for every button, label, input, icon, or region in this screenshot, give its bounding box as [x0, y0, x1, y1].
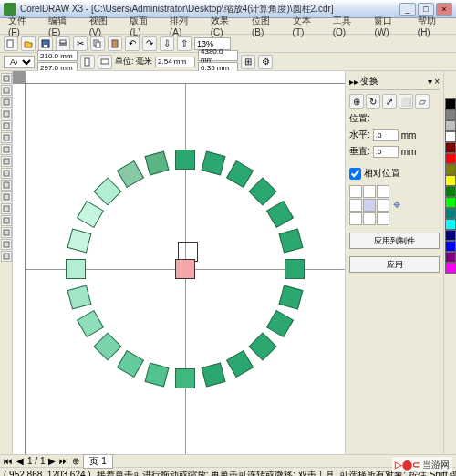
redo-icon[interactable]: ↷ [142, 36, 157, 51]
ruler-vertical[interactable] [13, 84, 26, 454]
apply-duplicate-button[interactable]: 应用到制件 [349, 233, 440, 249]
dup-x[interactable]: 4380.0 mm [198, 50, 238, 61]
color-swatch[interactable] [445, 131, 456, 142]
first-page-icon[interactable]: ⏮ [4, 456, 13, 466]
last-page-icon[interactable]: ⏭ [59, 456, 68, 466]
ring-square[interactable] [278, 285, 303, 310]
paper-select[interactable]: A4 [4, 56, 35, 68]
ring-square[interactable] [77, 310, 104, 337]
basic-tool-icon[interactable] [1, 180, 12, 191]
ring-square[interactable] [226, 350, 254, 378]
save-icon[interactable] [38, 36, 53, 51]
color-swatch[interactable] [445, 241, 456, 252]
ring-square[interactable] [226, 160, 254, 188]
ring-square[interactable] [144, 362, 169, 387]
ring-square[interactable] [285, 259, 305, 279]
ring-square[interactable] [117, 160, 144, 188]
menu-item[interactable]: 工具(O) [328, 14, 368, 38]
ring-square[interactable] [144, 151, 169, 176]
rotate-tab-icon[interactable]: ↻ [366, 94, 380, 109]
menu-item[interactable]: 视图(V) [85, 14, 124, 38]
color-swatch[interactable] [445, 208, 456, 219]
ring-square[interactable] [66, 259, 86, 279]
next-page-icon[interactable]: ▶ [48, 456, 56, 466]
color-swatch[interactable] [445, 153, 456, 164]
menu-item[interactable]: 位图(B) [247, 14, 286, 38]
rect-tool-icon[interactable] [1, 144, 12, 155]
color-swatch[interactable] [445, 252, 456, 263]
position-tab-icon[interactable]: ⊕ [349, 94, 364, 109]
ring-square[interactable] [202, 362, 226, 387]
canvas-area[interactable] [13, 71, 345, 454]
options-icon[interactable]: ⚙ [258, 55, 273, 69]
ring-square[interactable] [94, 178, 122, 206]
color-swatch[interactable] [445, 109, 456, 120]
color-swatch[interactable] [445, 98, 456, 109]
ruler-horizontal[interactable] [26, 71, 345, 84]
color-swatch[interactable] [445, 164, 456, 175]
nudge-x[interactable]: 2.54 mm [155, 57, 195, 67]
new-icon[interactable] [4, 36, 18, 51]
ellipse-tool-icon[interactable] [1, 156, 12, 167]
ring-square[interactable] [175, 368, 195, 388]
drawing-page[interactable] [26, 84, 345, 454]
apply-button[interactable]: 应用 [349, 256, 440, 273]
ring-square[interactable] [94, 332, 122, 360]
size-tab-icon[interactable]: ⬜ [399, 94, 413, 109]
menu-item[interactable]: 帮助(H) [413, 14, 452, 38]
landscape-icon[interactable] [98, 55, 112, 69]
cut-icon[interactable]: ✂ [73, 36, 88, 51]
ring-square[interactable] [67, 285, 92, 310]
h-input[interactable] [373, 129, 399, 141]
freehand-tool-icon[interactable] [1, 120, 12, 131]
snap-icon[interactable]: ⊞ [241, 55, 255, 69]
ring-square[interactable] [117, 350, 144, 378]
pick-tool-icon[interactable] [1, 73, 12, 84]
fill-tool-icon[interactable] [1, 239, 12, 250]
zoom-tool-icon[interactable] [1, 109, 12, 119]
page-tab[interactable]: 页 1 [83, 454, 112, 469]
v-input[interactable] [373, 146, 399, 158]
ring-square[interactable] [202, 151, 226, 176]
paste-icon[interactable] [108, 36, 122, 51]
export-icon[interactable]: ⇧ [177, 36, 192, 51]
ifill-tool-icon[interactable] [1, 251, 12, 262]
color-swatch[interactable] [445, 120, 456, 131]
ring-square[interactable] [67, 228, 92, 253]
ring-square[interactable] [77, 201, 104, 228]
interactive-tool-icon[interactable] [1, 203, 12, 214]
docker-close-icon[interactable]: × [434, 77, 440, 87]
text-tool-icon[interactable] [1, 191, 12, 202]
dropper-tool-icon[interactable] [1, 215, 12, 226]
color-swatch[interactable] [445, 263, 456, 274]
prev-page-icon[interactable]: ◀ [16, 456, 24, 466]
menu-item[interactable]: 窗口(W) [369, 14, 410, 38]
ring-square[interactable] [266, 201, 294, 228]
shape-tool-icon[interactable] [1, 85, 12, 96]
menu-item[interactable]: 版面(L) [125, 14, 163, 38]
center-square[interactable] [175, 259, 195, 279]
menu-item[interactable]: 排列(A) [165, 14, 204, 38]
ring-square[interactable] [266, 310, 294, 337]
anchor-grid[interactable] [349, 185, 389, 225]
ring-square[interactable] [278, 228, 303, 253]
ring-square[interactable] [248, 332, 276, 360]
skew-tab-icon[interactable]: ▱ [415, 94, 430, 109]
portrait-icon[interactable] [80, 55, 95, 69]
open-icon[interactable] [21, 36, 36, 51]
smart-tool-icon[interactable] [1, 132, 12, 143]
menu-item[interactable]: 编辑(E) [44, 14, 83, 38]
undo-icon[interactable]: ↶ [125, 36, 140, 51]
color-swatch[interactable] [445, 186, 456, 197]
page-width[interactable]: 210.0 mm [37, 50, 78, 61]
docker-menu-icon[interactable]: ▾ [428, 77, 432, 87]
color-swatch[interactable] [445, 197, 456, 208]
menu-item[interactable]: 效果(C) [206, 14, 245, 38]
docker-arrow-icon[interactable]: ▸▸ [349, 77, 358, 87]
color-swatch[interactable] [445, 142, 456, 153]
print-icon[interactable] [56, 36, 70, 51]
import-icon[interactable]: ⇩ [160, 36, 174, 51]
color-swatch[interactable] [445, 175, 456, 186]
relative-checkbox[interactable] [349, 168, 361, 180]
color-swatch[interactable] [445, 219, 456, 230]
